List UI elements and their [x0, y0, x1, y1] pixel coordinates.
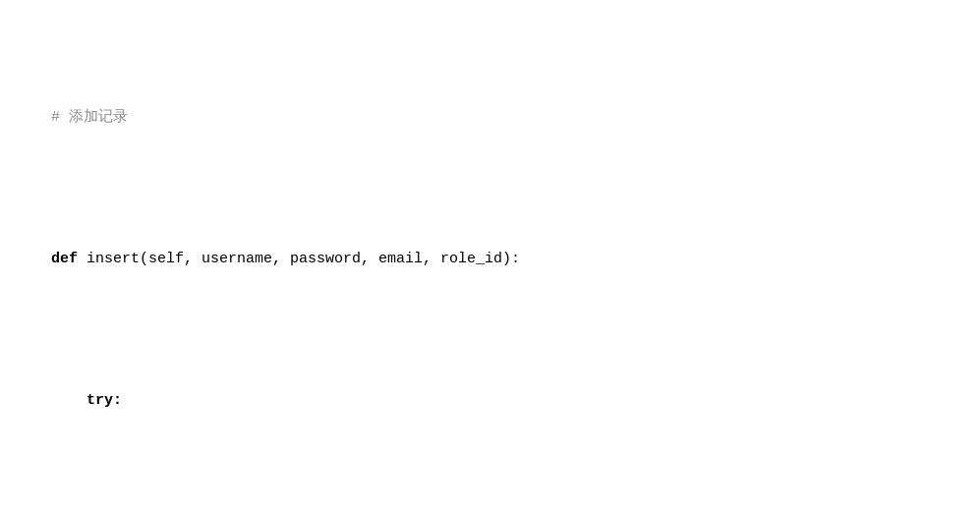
code-container: # 添加记录 def insert(self, username, passwo…: [16, 12, 964, 513]
def-signature: insert(self, username, password, email, …: [78, 251, 520, 267]
keyword-try: try:: [86, 392, 122, 409]
def-line: def insert(self, username, password, ema…: [16, 224, 964, 295]
keyword-def: def: [51, 251, 78, 267]
comment-line: # 添加记录: [16, 83, 964, 153]
indent1: [51, 392, 86, 409]
con-get-line: con = pool.get_connection(): [16, 507, 964, 513]
try-line: try:: [16, 366, 964, 436]
comment-text: # 添加记录: [51, 109, 128, 126]
